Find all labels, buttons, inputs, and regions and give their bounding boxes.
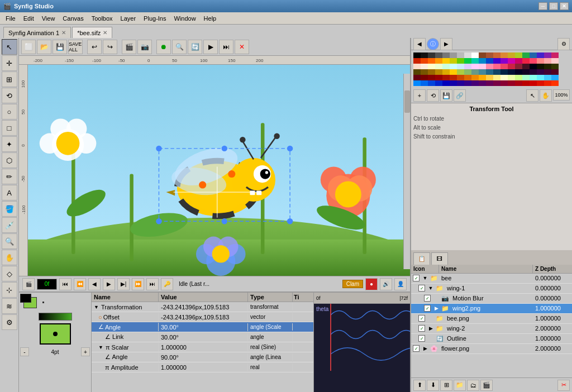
- color-cell[interactable]: [471, 52, 479, 58]
- color-cell[interactable]: [428, 64, 435, 69]
- menu-canvas[interactable]: Canvas: [59, 14, 87, 23]
- layers-footer-render[interactable]: 🎬: [480, 380, 493, 391]
- color-cell[interactable]: [544, 58, 551, 64]
- color-cell[interactable]: [537, 64, 544, 69]
- color-cell[interactable]: [464, 58, 471, 64]
- right-nav-fwd[interactable]: ▶: [440, 38, 452, 50]
- color-cell[interactable]: [515, 80, 522, 86]
- color-cell[interactable]: [457, 80, 464, 86]
- param-row-amplitude[interactable]: π Amplitude 1.000000 real: [92, 362, 313, 372]
- tool-node[interactable]: ◇: [2, 266, 17, 281]
- color-cell[interactable]: [413, 52, 421, 58]
- color-cell[interactable]: [508, 69, 515, 75]
- color-cell[interactable]: [435, 69, 442, 75]
- tool-fill[interactable]: 🪣: [2, 201, 17, 217]
- color-cell[interactable]: [493, 58, 500, 64]
- color-cell[interactable]: [493, 80, 500, 86]
- color-cell[interactable]: [508, 75, 515, 80]
- tool-rotate[interactable]: ⟲: [2, 88, 17, 103]
- canvas-tool-undo[interactable]: ↩: [87, 40, 102, 54]
- color-cell[interactable]: [544, 80, 551, 86]
- color-cell[interactable]: [537, 69, 544, 75]
- color-cell[interactable]: [530, 58, 537, 64]
- tool-polygon[interactable]: ⬡: [2, 152, 17, 168]
- layer-row-outline[interactable]: ✓ 🔄 Outline 1.000000: [411, 334, 572, 344]
- color-cell[interactable]: [500, 64, 508, 69]
- color-cell[interactable]: [413, 69, 421, 75]
- color-cell[interactable]: [551, 64, 559, 69]
- tab-synfig-animation[interactable]: Synfig Animation 1 ✕: [3, 27, 71, 38]
- color-cell[interactable]: [486, 75, 493, 80]
- tab-bee-sifz[interactable]: *bee.sifz ✕: [72, 27, 112, 38]
- btn-next-key[interactable]: ⏩: [132, 278, 144, 290]
- tab-close-bee[interactable]: ✕: [103, 30, 107, 36]
- color-cell[interactable]: [544, 69, 551, 75]
- tool-icon-cursor[interactable]: ↖: [526, 89, 538, 102]
- loop-icon[interactable]: 🎬: [22, 278, 35, 290]
- tool-something[interactable]: ⊞: [2, 71, 17, 87]
- color-cell[interactable]: [508, 80, 515, 86]
- color-cell[interactable]: [530, 69, 537, 75]
- btn-end[interactable]: ⏭: [146, 278, 159, 290]
- btn-next[interactable]: ▶|: [117, 278, 130, 290]
- param-row-angle[interactable]: ∠ Angle 30.00° angle (Scale: [92, 322, 313, 332]
- param-row-link[interactable]: ∠ Link 30.00° angle: [92, 332, 313, 342]
- color-cell[interactable]: [522, 80, 530, 86]
- color-cell[interactable]: [442, 69, 450, 75]
- tool-icon-link[interactable]: 🔗: [454, 89, 466, 102]
- tool-text[interactable]: A: [2, 185, 17, 200]
- color-cell[interactable]: [522, 52, 530, 58]
- color-cell[interactable]: [457, 58, 464, 64]
- color-cell[interactable]: [464, 75, 471, 80]
- color-cell[interactable]: [421, 80, 428, 86]
- color-cell[interactable]: [515, 64, 522, 69]
- color-cell[interactable]: [515, 69, 522, 75]
- right-nav-extra[interactable]: ⚙: [557, 38, 570, 50]
- btn-prev[interactable]: ◀: [88, 278, 101, 290]
- canvas-tool-fwd[interactable]: ▶: [203, 40, 218, 54]
- color-cell[interactable]: [486, 64, 493, 69]
- color-cell[interactable]: [421, 75, 428, 80]
- color-cell[interactable]: [500, 58, 508, 64]
- param-row-scalar[interactable]: ▼ π Scalar 1.000000 real (Sine): [92, 342, 313, 352]
- color-cell[interactable]: [471, 64, 479, 69]
- color-cell[interactable]: [493, 64, 500, 69]
- minimize-button[interactable]: ─: [538, 2, 547, 10]
- color-cell[interactable]: [479, 80, 486, 86]
- frame-input[interactable]: [37, 279, 57, 290]
- menu-window[interactable]: Window: [170, 14, 199, 23]
- btn-person[interactable]: 👤: [394, 278, 407, 290]
- color-cell[interactable]: [428, 52, 435, 58]
- tool-tangent[interactable]: ⊹: [2, 282, 17, 298]
- color-cell[interactable]: [551, 58, 559, 64]
- color-cell[interactable]: [457, 75, 464, 80]
- color-cell[interactable]: [544, 52, 551, 58]
- color-cell[interactable]: [428, 80, 435, 86]
- color-cell[interactable]: [442, 80, 450, 86]
- canvas-tool-render[interactable]: 🎬: [122, 40, 136, 54]
- layer-row-flowerpng[interactable]: ✓ ▶ 🌸 flower.png 2.000000: [411, 344, 572, 354]
- canvas-tool-open[interactable]: 📂: [37, 40, 51, 54]
- color-cell[interactable]: [464, 69, 471, 75]
- color-cell[interactable]: [544, 64, 551, 69]
- menu-view[interactable]: View: [39, 14, 59, 23]
- color-cell[interactable]: [479, 52, 486, 58]
- menu-edit[interactable]: Edit: [20, 14, 37, 23]
- color-cell[interactable]: [435, 80, 442, 86]
- menu-help[interactable]: Help: [201, 14, 220, 23]
- canvas-tool-redo[interactable]: ↪: [103, 40, 117, 54]
- menu-toolbox[interactable]: Toolbox: [88, 14, 116, 23]
- color-cell[interactable]: [442, 75, 450, 80]
- color-cell[interactable]: [522, 69, 530, 75]
- layer-row-motionblur[interactable]: ✓ 📷 Motion Blur 0.000000: [411, 294, 572, 304]
- tool-zoom[interactable]: 🔍: [2, 233, 17, 249]
- layers-footer-new-group[interactable]: 🗂: [467, 380, 479, 391]
- tool-circle[interactable]: ○: [2, 104, 17, 119]
- menu-file[interactable]: File: [2, 14, 19, 23]
- color-cell[interactable]: [500, 52, 508, 58]
- param-row-transformation[interactable]: ▼ Transformation -243.241396px,109.5183 …: [92, 302, 313, 312]
- color-cell[interactable]: [515, 58, 522, 64]
- color-cell[interactable]: [479, 75, 486, 80]
- tab-close-animation[interactable]: ✕: [61, 30, 66, 36]
- clamp-button[interactable]: Clam: [342, 280, 363, 288]
